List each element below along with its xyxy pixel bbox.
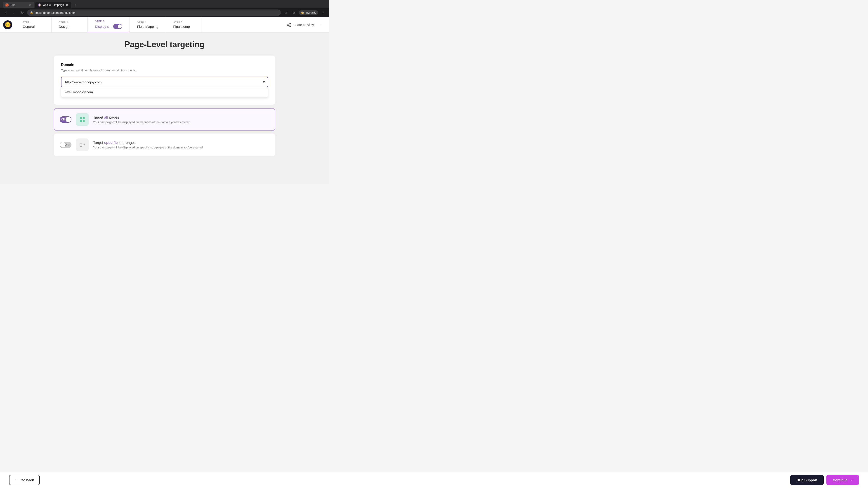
step5-number: STEP 5 xyxy=(173,21,195,24)
incognito-badge: 🕵️ Incognito xyxy=(299,10,318,15)
target-all-pages-card[interactable]: ON Target all pages Yo xyxy=(54,108,275,131)
nav-back-button[interactable]: ‹ xyxy=(3,9,9,16)
svg-line-3 xyxy=(288,25,289,26)
domain-dropdown-menu: www.moodjoy.com xyxy=(61,87,268,97)
drip-tab-close[interactable]: ✕ xyxy=(29,3,32,7)
logo-icon: 😊 xyxy=(3,20,12,29)
domain-input-wrapper: ▾ xyxy=(61,76,268,88)
onsite-tab-label: Onsite Campaign xyxy=(43,3,64,6)
all-pages-icon xyxy=(76,113,89,126)
lock-icon: 🔒 xyxy=(30,11,33,14)
bookmark-button[interactable]: ☆ xyxy=(283,9,289,16)
domain-input[interactable] xyxy=(61,76,268,88)
all-pages-toggle-ball xyxy=(66,117,71,122)
header-right-actions: Share preview ⋮ xyxy=(281,17,329,32)
all-pages-toggle-bg[interactable]: ON xyxy=(60,116,71,123)
all-pages-description: Your campaign will be displayed on all p… xyxy=(93,121,270,124)
browser-tab-bar: 🐾 Drip ✕ 📋 Onsite Campaign ✕ + xyxy=(0,0,329,8)
step-field-mapping[interactable]: STEP 4 Field Mapping xyxy=(130,17,166,32)
incognito-avatar: 🕵️ xyxy=(301,11,305,14)
step3-toggle[interactable] xyxy=(113,24,122,29)
svg-rect-9 xyxy=(80,143,82,147)
onsite-tab-favicon: 📋 xyxy=(38,3,41,6)
incognito-label: Incognito xyxy=(305,11,316,14)
share-icon xyxy=(285,22,292,28)
extension-button[interactable]: ⧉ xyxy=(291,9,297,16)
specific-pages-title: Target specific sub-pages xyxy=(93,141,270,145)
more-options-button[interactable]: ⋮ xyxy=(317,21,324,29)
address-text: onsite.getdrip.com/drip-builder/ xyxy=(35,11,75,14)
all-pages-highlight: all xyxy=(104,116,108,119)
all-pages-text: Target all pages Your campaign will be d… xyxy=(93,116,270,124)
drip-tab-label: Drip xyxy=(10,3,16,6)
specific-pages-highlight: specific xyxy=(104,141,118,144)
step3-toggle-knob xyxy=(118,24,122,29)
nav-refresh-button[interactable]: ↻ xyxy=(19,9,25,16)
specific-pages-description: Your campaign will be displayed on speci… xyxy=(93,146,270,149)
address-bar[interactable]: 🔒 onsite.getdrip.com/drip-builder/ xyxy=(27,9,281,16)
svg-line-4 xyxy=(288,24,289,24)
step2-number: STEP 2 xyxy=(59,21,80,24)
drip-tab-favicon: 🐾 xyxy=(5,3,8,6)
svg-rect-7 xyxy=(80,120,82,122)
step-display[interactable]: STEP 3 Display s... xyxy=(88,17,130,32)
share-preview-label: Share preview xyxy=(293,23,314,27)
steps-navigation: STEP 1 General STEP 2 Design STEP 3 Disp… xyxy=(16,17,281,32)
svg-point-0 xyxy=(289,23,290,24)
svg-rect-6 xyxy=(83,117,85,119)
specific-pages-text: Target specific sub-pages Your campaign … xyxy=(93,141,270,149)
browser-tab-onsite[interactable]: 📋 Onsite Campaign ✕ xyxy=(35,2,71,8)
menu-button[interactable]: ⋮ xyxy=(320,9,327,16)
browser-navigation: ‹ › ↻ 🔒 onsite.getdrip.com/drip-builder/… xyxy=(0,8,329,17)
new-tab-button[interactable]: + xyxy=(72,2,79,8)
step4-title: Field Mapping xyxy=(137,25,158,29)
specific-pages-toggle-off-label: OFF xyxy=(65,143,70,147)
svg-point-2 xyxy=(289,26,290,27)
step5-title: Final setup xyxy=(173,25,195,29)
step3-toggle-row: Display s... xyxy=(95,24,122,29)
browser-chrome: 🐾 Drip ✕ 📋 Onsite Campaign ✕ + ‹ › ↻ 🔒 o… xyxy=(0,0,329,17)
svg-rect-5 xyxy=(80,117,82,119)
specific-pages-icon xyxy=(76,138,89,151)
all-pages-title: Target all pages xyxy=(93,116,270,120)
dropdown-item-moodjoy[interactable]: www.moodjoy.com xyxy=(61,87,268,97)
main-scroll-area: Page-Level targeting Domain Type your do… xyxy=(0,33,329,184)
browser-tab-drip[interactable]: 🐾 Drip ✕ xyxy=(3,2,34,8)
all-pages-toggle[interactable]: ON xyxy=(60,116,71,123)
step-general[interactable]: STEP 1 General xyxy=(16,17,52,32)
domain-description: Type your domain or choose a known domai… xyxy=(61,69,268,72)
nav-forward-button[interactable]: › xyxy=(11,9,17,16)
step2-title: Design xyxy=(59,25,80,29)
page-title: Page-Level targeting xyxy=(0,33,329,56)
target-options-section: ON Target all pages Yo xyxy=(54,108,275,156)
step-final-setup[interactable]: STEP 5 Final setup xyxy=(166,17,202,32)
domain-card: Domain Type your domain or choose a know… xyxy=(54,56,275,105)
browser-nav-right: ☆ ⧉ 🕵️ Incognito ⋮ xyxy=(283,9,327,16)
share-preview-button[interactable]: Share preview xyxy=(285,22,314,28)
onsite-tab-close[interactable]: ✕ xyxy=(66,3,68,7)
svg-rect-8 xyxy=(83,120,85,122)
step1-title: General xyxy=(23,25,44,29)
step-design[interactable]: STEP 2 Design xyxy=(52,17,88,32)
specific-pages-toggle-bg[interactable]: OFF xyxy=(60,142,71,148)
domain-label: Domain xyxy=(61,63,268,67)
step3-number: STEP 3 xyxy=(95,20,122,23)
step1-number: STEP 1 xyxy=(23,21,44,24)
app-header: 😊 STEP 1 General STEP 2 Design STEP 3 Di… xyxy=(0,17,329,33)
specific-pages-toggle[interactable]: OFF xyxy=(60,142,71,148)
step4-number: STEP 4 xyxy=(137,21,158,24)
target-specific-pages-card[interactable]: OFF Target specific sub-pages Your campa… xyxy=(54,133,275,156)
all-pages-toggle-on-label: ON xyxy=(61,118,65,121)
step3-title: Display s... xyxy=(95,25,112,29)
app-logo[interactable]: 😊 xyxy=(0,17,16,32)
svg-point-1 xyxy=(287,24,288,26)
